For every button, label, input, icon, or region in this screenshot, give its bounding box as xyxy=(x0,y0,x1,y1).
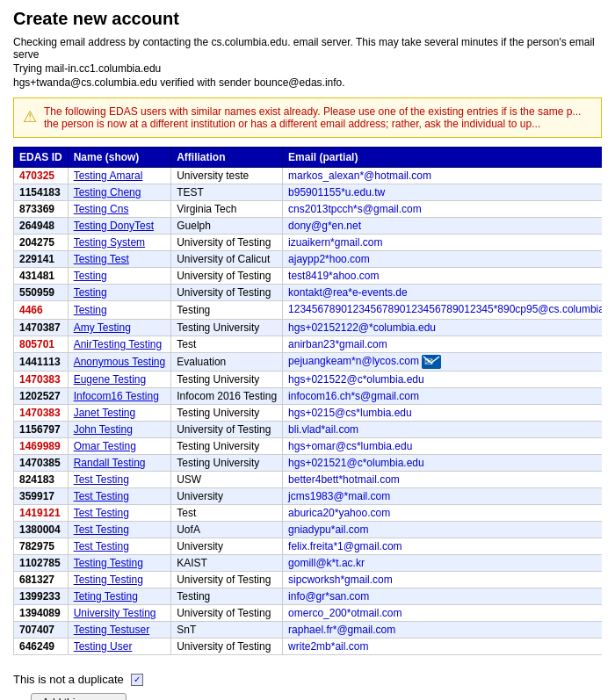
cell-name[interactable]: Testing xyxy=(68,285,171,301)
cell-name[interactable]: Test Testing xyxy=(68,522,171,538)
cell-name[interactable]: Testing System xyxy=(68,235,171,251)
table-row: 707407Testing TestuserSnTraphael.fr*@gma… xyxy=(14,622,603,639)
cell-email: dony@g*en.net xyxy=(283,218,602,235)
cell-name[interactable]: Testing Cns xyxy=(68,201,171,218)
cell-email: hgs+0215@cs*lumbia.edu xyxy=(283,405,602,422)
cell-edas-id: 204275 xyxy=(14,235,69,251)
cell-email: felix.freita*1@gmail.com xyxy=(283,538,602,555)
cell-affiliation: University of Testing xyxy=(171,639,283,655)
cell-name[interactable]: Testing xyxy=(68,301,171,320)
cell-name[interactable]: Testing Cheng xyxy=(68,184,171,201)
cell-edas-id: 1156797 xyxy=(14,422,69,438)
cell-name[interactable]: Testing DonyTest xyxy=(68,218,171,235)
cell-name[interactable]: Janet Testing xyxy=(68,405,171,422)
cell-edas-id: 1394089 xyxy=(14,605,69,622)
cell-edas-id: 359917 xyxy=(14,488,69,505)
cell-edas-id: 1470387 xyxy=(14,320,69,336)
table-row: 1419121Test TestingTestaburica20*yahoo.c… xyxy=(14,505,603,522)
cell-email: hgs+02152122@*columbia.edu xyxy=(283,320,602,336)
cell-email: kontakt@rea*e-events.de xyxy=(283,285,602,301)
table-row: 824183Test TestingUSWbetter4bett*hotmail… xyxy=(14,472,603,488)
cell-name[interactable]: Test Testing xyxy=(68,538,171,555)
cell-affiliation: Virginia Tech xyxy=(171,201,283,218)
cell-name[interactable]: Eugene Testing xyxy=(68,372,171,388)
cell-edas-id: 1470385 xyxy=(14,455,69,472)
cell-email: aburica20*yahoo.com xyxy=(283,505,602,522)
cell-email: 12345678901234567890123456789012345*890c… xyxy=(283,301,602,320)
cell-affiliation: Testing University xyxy=(171,320,283,336)
cell-affiliation: Testing University xyxy=(171,455,283,472)
cell-name[interactable]: Anonymous Testing xyxy=(68,353,171,372)
cell-email: b95901155*u.edu.tw xyxy=(283,184,602,201)
add-person-button[interactable]: Add this person xyxy=(31,693,127,700)
table-row: 431481TestingUniversity of Testingtest84… xyxy=(14,268,603,285)
cell-name[interactable]: Testing Testuser xyxy=(68,622,171,639)
cell-name[interactable]: Testing Testing xyxy=(68,572,171,588)
cell-name[interactable]: Testing Amaral xyxy=(68,168,171,184)
footer-section: This is not a duplicate Add this person xyxy=(13,673,602,700)
cell-edas-id: 646249 xyxy=(14,639,69,655)
cell-edas-id: 4466 xyxy=(14,301,69,320)
cell-affiliation: Infocom 2016 Testing xyxy=(171,388,283,405)
cell-affiliation: University xyxy=(171,488,283,505)
cell-name[interactable]: AnirTesting Testing xyxy=(68,336,171,353)
users-table-container: EDAS ID Name (show) Affiliation Email (p… xyxy=(13,147,602,655)
cell-edas-id: 873369 xyxy=(14,201,69,218)
table-row: 1394089University TestingUniversity of T… xyxy=(14,605,603,622)
page-title: Create new account xyxy=(13,9,602,29)
cell-email: info@gr*san.com xyxy=(283,588,602,605)
cell-name[interactable]: Testing User xyxy=(68,639,171,655)
cell-affiliation: Testing University xyxy=(171,405,283,422)
cell-email: write2mb*ail.com xyxy=(283,639,602,655)
email-icon[interactable] xyxy=(422,355,441,369)
table-row: 359917Test TestingUniversityjcms1983@*ma… xyxy=(14,488,603,505)
table-row: 1380004Test TestingUofAgniadypu*ail.com xyxy=(14,522,603,538)
table-row: 1441113Anonymous TestingEvaluationpejuan… xyxy=(14,353,603,372)
cell-name[interactable]: Test Testing xyxy=(68,472,171,488)
cell-name[interactable]: Randall Testing xyxy=(68,455,171,472)
cell-affiliation: Evaluation xyxy=(171,353,283,372)
cell-email: hgs+021522@c*olumbia.edu xyxy=(283,372,602,388)
table-row: 4466TestingTesting1234567890123456789012… xyxy=(14,301,603,320)
cell-name[interactable]: Test Testing xyxy=(68,505,171,522)
cell-name[interactable]: Omar Testing xyxy=(68,438,171,455)
cell-edas-id: 1441113 xyxy=(14,353,69,372)
cell-name[interactable]: Testing xyxy=(68,268,171,285)
cell-name[interactable]: Testing Testing xyxy=(68,555,171,572)
cell-name[interactable]: University Testing xyxy=(68,605,171,622)
cell-name[interactable]: Infocom16 Testing xyxy=(68,388,171,405)
not-duplicate-checkbox[interactable] xyxy=(131,674,143,686)
duplicate-label: This is not a duplicate xyxy=(13,673,124,686)
cell-edas-id: 1102785 xyxy=(14,555,69,572)
cell-edas-id: 1202527 xyxy=(14,388,69,405)
cell-name[interactable]: John Testing xyxy=(68,422,171,438)
cell-email: ajaypp2*hoo.com xyxy=(283,251,602,268)
cell-affiliation: Testing xyxy=(171,301,283,320)
cell-edas-id: 550959 xyxy=(14,285,69,301)
cell-affiliation: Guelph xyxy=(171,218,283,235)
duplicate-check-row: This is not a duplicate xyxy=(13,673,602,686)
cell-edas-id: 707407 xyxy=(14,622,69,639)
warning-icon: ⚠ xyxy=(23,107,37,126)
table-row: 229141Testing TestUniversity of Calicuta… xyxy=(14,251,603,268)
table-row: 470325Testing AmaralUniversity testemark… xyxy=(14,168,603,184)
cell-name[interactable]: Testing Test xyxy=(68,251,171,268)
cell-edas-id: 264948 xyxy=(14,218,69,235)
cell-name[interactable]: Amy Testing xyxy=(68,320,171,336)
table-row: 264948Testing DonyTestGuelphdony@g*en.ne… xyxy=(14,218,603,235)
cell-affiliation: USW xyxy=(171,472,283,488)
cell-affiliation: SnT xyxy=(171,622,283,639)
cell-edas-id: 782975 xyxy=(14,538,69,555)
cell-edas-id: 470325 xyxy=(14,168,69,184)
cell-edas-id: 681327 xyxy=(14,572,69,588)
cell-affiliation: KAIST xyxy=(171,555,283,572)
cell-affiliation: Test xyxy=(171,505,283,522)
cell-name[interactable]: Teting Testing xyxy=(68,588,171,605)
table-row: 1470387Amy TestingTesting Universityhgs+… xyxy=(14,320,603,336)
cell-email: test8419*ahoo.com xyxy=(283,268,602,285)
cell-affiliation: University of Testing xyxy=(171,605,283,622)
cell-name[interactable]: Test Testing xyxy=(68,488,171,505)
cell-edas-id: 824183 xyxy=(14,472,69,488)
table-row: 1154183Testing ChengTESTb95901155*u.edu.… xyxy=(14,184,603,201)
cell-affiliation: TEST xyxy=(171,184,283,201)
